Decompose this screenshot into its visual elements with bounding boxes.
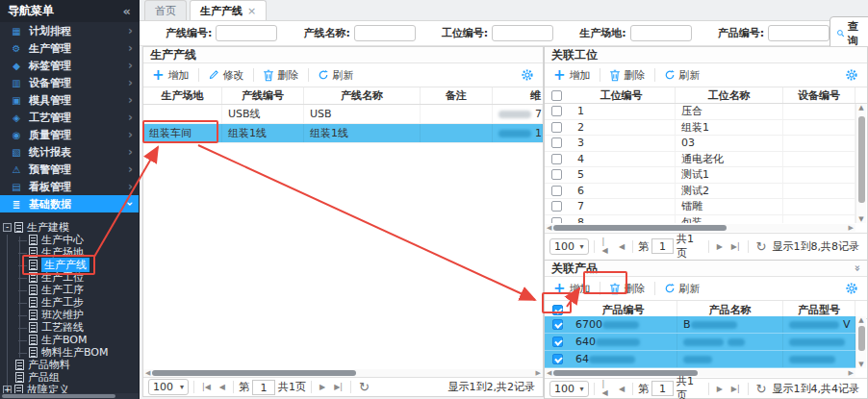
vertical-scrollbar[interactable]: ▲ ▼ xyxy=(855,104,866,223)
table-row[interactable]: 4通电老化 xyxy=(545,152,855,168)
page-size-select[interactable]: 100▾ xyxy=(549,238,589,255)
checkbox-checked[interactable] xyxy=(552,354,563,364)
sidebar-menu-item[interactable]: ▦计划排程› xyxy=(0,22,140,39)
delete-button[interactable]: 删除 xyxy=(600,277,654,300)
sidebar-menu-item[interactable]: ≣基础数据› xyxy=(0,195,140,212)
tree-item[interactable]: 产品组 xyxy=(0,371,140,384)
checkbox-unchecked[interactable] xyxy=(551,217,562,223)
refresh-button[interactable]: 刷新 xyxy=(655,63,709,87)
pager-refresh-button[interactable]: ↻ xyxy=(753,239,770,254)
row-checkbox[interactable] xyxy=(545,184,568,199)
tab-production-line[interactable]: 生产产线 × xyxy=(190,0,267,20)
row-checkbox[interactable] xyxy=(545,152,568,167)
scroll-up-icon[interactable]: ▲ xyxy=(856,316,866,324)
gear-icon[interactable] xyxy=(521,68,534,82)
scroll-left-icon[interactable]: ◀ xyxy=(547,369,551,377)
table-row[interactable]: 组装车间组装1线组装1线1 xyxy=(143,124,543,143)
horizontal-scrollbar[interactable]: ◀ ▶ xyxy=(545,224,855,232)
table-row[interactable]: 6700BV xyxy=(545,316,855,334)
checkbox-checked[interactable] xyxy=(552,337,563,347)
first-page-button[interactable]: |◀ xyxy=(599,380,612,397)
table-row[interactable]: 8包装 xyxy=(545,215,855,224)
first-page-button[interactable]: |◀ xyxy=(199,383,214,391)
collapse-sidebar-icon[interactable]: « xyxy=(123,4,131,18)
row-checkbox[interactable] xyxy=(545,334,570,350)
page-input[interactable]: 1 xyxy=(651,381,674,396)
search-field-input[interactable] xyxy=(630,25,692,41)
page-input[interactable]: 1 xyxy=(651,238,674,254)
row-checkbox[interactable] xyxy=(545,199,568,214)
table-row[interactable]: 640 xyxy=(545,334,855,351)
sidebar-menu-item[interactable]: ▥设备管理› xyxy=(0,74,140,91)
tab-home[interactable]: 首页 xyxy=(144,0,187,20)
row-checkbox[interactable] xyxy=(545,351,570,367)
row-checkbox[interactable] xyxy=(545,215,568,224)
select-all-checkbox[interactable] xyxy=(545,90,568,101)
row-checkbox[interactable] xyxy=(545,120,568,136)
last-page-button[interactable]: ▶| xyxy=(331,383,345,391)
table-row[interactable]: 64 xyxy=(545,351,855,368)
scroll-left-icon[interactable]: ◀ xyxy=(145,369,150,377)
scroll-down-icon[interactable]: ▼ xyxy=(856,215,866,223)
checkbox-unchecked[interactable] xyxy=(551,90,562,101)
sidebar-menu-item[interactable]: ⚙生产管理› xyxy=(0,39,140,57)
refresh-button[interactable]: 刷新 xyxy=(309,63,363,87)
edit-button[interactable]: 修改 xyxy=(199,63,253,87)
delete-button[interactable]: 删除 xyxy=(600,63,654,87)
sidebar-menu-item[interactable]: ▧统计报表› xyxy=(0,143,140,161)
scroll-right-icon[interactable]: ▶ xyxy=(849,369,854,377)
scroll-left-icon[interactable]: ◀ xyxy=(547,224,551,232)
checkbox-unchecked[interactable] xyxy=(551,201,562,212)
collapse-panel-icon[interactable]: « xyxy=(849,264,864,271)
table-row[interactable]: USB线USB7 xyxy=(143,105,543,124)
select-all-checkbox[interactable] xyxy=(545,305,570,315)
refresh-button[interactable]: 刷新 xyxy=(655,277,709,300)
search-field-input[interactable] xyxy=(492,25,553,41)
sidebar-menu-item[interactable]: ▤看板管理› xyxy=(0,178,140,195)
tree-collapse-icon[interactable]: - xyxy=(3,223,12,232)
page-size-select[interactable]: 100▾ xyxy=(148,379,189,395)
horizontal-scrollbar[interactable]: ◀ ▶ xyxy=(143,369,543,377)
checkbox-unchecked[interactable] xyxy=(551,169,562,180)
prev-page-button[interactable]: ◀ xyxy=(217,383,228,391)
page-input[interactable]: 1 xyxy=(252,380,275,395)
checkbox-unchecked[interactable] xyxy=(551,122,562,133)
pager-refresh-button[interactable]: ↻ xyxy=(753,382,770,396)
checkbox-unchecked[interactable] xyxy=(551,106,562,116)
sidebar-menu-item[interactable]: ▣模具管理› xyxy=(0,91,140,109)
table-row[interactable]: 6测试2 xyxy=(545,184,855,200)
sidebar-menu-item[interactable]: ◆标签管理› xyxy=(0,57,140,74)
first-page-button[interactable]: |◀ xyxy=(599,237,612,255)
table-row[interactable]: 1压合 xyxy=(545,104,855,120)
next-page-button[interactable]: ▶ xyxy=(714,385,726,393)
sidebar-menu-item[interactable]: ◈工艺管理› xyxy=(0,109,140,126)
row-checkbox[interactable] xyxy=(545,316,570,333)
page-size-select[interactable]: 100▾ xyxy=(549,381,589,397)
scrollbar-thumb[interactable] xyxy=(553,225,727,231)
sidebar-menu-item[interactable]: ⚠预警管理› xyxy=(0,161,140,178)
gear-icon[interactable] xyxy=(845,282,858,295)
prev-page-button[interactable]: ◀ xyxy=(616,242,627,251)
pager-refresh-button[interactable]: ↻ xyxy=(356,380,372,394)
next-page-button[interactable]: ▶ xyxy=(317,383,328,391)
checkbox-unchecked[interactable] xyxy=(551,137,562,148)
scrollbar-thumb[interactable] xyxy=(152,370,356,376)
scroll-down-icon[interactable]: ▼ xyxy=(856,361,866,368)
search-field-input[interactable] xyxy=(354,25,416,41)
scroll-right-icon[interactable]: ▶ xyxy=(536,369,541,377)
table-row[interactable]: 2组装1 xyxy=(545,120,855,137)
checkbox-checked[interactable] xyxy=(552,319,563,330)
add-button[interactable]: +增加 xyxy=(545,277,600,300)
row-checkbox[interactable] xyxy=(545,104,568,119)
checkbox-unchecked[interactable] xyxy=(551,154,562,164)
scrollbar-thumb[interactable] xyxy=(858,326,865,351)
gear-icon[interactable] xyxy=(845,68,858,82)
scrollbar-thumb[interactable] xyxy=(2,394,115,398)
tab-close-icon[interactable]: × xyxy=(247,5,256,17)
row-checkbox[interactable] xyxy=(545,167,568,183)
scroll-right-icon[interactable]: ▶ xyxy=(849,224,854,232)
scrollbar-thumb[interactable] xyxy=(858,116,865,203)
last-page-button[interactable]: ▶| xyxy=(728,242,743,251)
last-page-button[interactable]: ▶| xyxy=(728,385,743,393)
search-field-input[interactable] xyxy=(768,25,830,41)
